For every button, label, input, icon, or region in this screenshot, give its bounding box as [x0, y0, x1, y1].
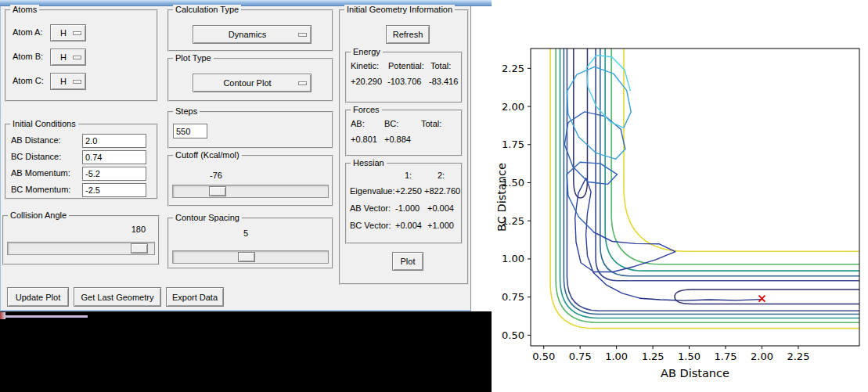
atom-b-label: Atom B:	[13, 52, 43, 61]
contour-plot-svg: 0.500.751.001.251.501.752.002.250.500.75…	[470, 0, 868, 392]
svg-text:2.25: 2.25	[502, 63, 524, 74]
forces-ab-header: AB:	[351, 119, 365, 128]
potential-header: Potential:	[388, 61, 424, 70]
svg-text:0.75: 0.75	[569, 351, 592, 362]
ab-vector-v1: -1.000	[395, 203, 420, 213]
dropdown-indicator-icon	[298, 33, 307, 37]
cutoff-value: -76	[200, 171, 232, 180]
total-value: -83.416	[429, 77, 458, 86]
atom-c-dropdown[interactable]: H	[50, 73, 86, 90]
dropdown-indicator-icon	[298, 81, 307, 85]
ab-distance-label: AB Distance:	[11, 135, 61, 145]
bc-distance-label: BC Distance:	[11, 152, 61, 161]
control-panel: Atoms Atom A: H Atom B: H Atom C: H Calc…	[0, 6, 471, 311]
refresh-button[interactable]: Refresh	[386, 25, 430, 44]
cutoff-slider-handle[interactable]	[209, 186, 226, 196]
bc-vector-v1: +0.004	[395, 221, 422, 230]
eigenvalue-v1: +2.250	[395, 186, 422, 196]
initial-geometry-group: Initial Geometry Information Refresh Ene…	[339, 9, 469, 285]
svg-text:1.75: 1.75	[502, 138, 524, 150]
calculation-type-dropdown[interactable]: Dynamics	[193, 25, 312, 44]
collision-angle-slider-handle[interactable]	[131, 243, 148, 254]
collision-angle-group: Collision Angle 180	[2, 215, 160, 265]
contour-spacing-value: 5	[230, 228, 261, 238]
atom-c-value: H	[51, 77, 73, 86]
plot-type-value: Contour Plot	[193, 78, 298, 88]
contour-spacing-slider-handle[interactable]	[238, 252, 255, 262]
kinetic-header: Kinetic:	[351, 61, 379, 70]
export-data-button[interactable]: Export Data	[166, 287, 224, 307]
forces-group: Forces AB: BC: Total: +0.801 +0.884	[345, 110, 463, 156]
calculation-type-title: Calculation Type	[173, 5, 241, 15]
energy-group-title: Energy	[351, 47, 383, 57]
bc-momentum-label: BC Momentum:	[11, 185, 70, 194]
contour-spacing-group: Contour Spacing 5	[167, 218, 333, 269]
initial-conditions-title: Initial Conditions	[10, 119, 78, 129]
eigenvalue-v2: +822.760	[424, 186, 460, 196]
svg-text:AB Distance: AB Distance	[661, 367, 729, 379]
dropdown-indicator-icon	[73, 56, 81, 59]
initial-conditions-group: Initial Conditions AB Distance: BC Dista…	[5, 124, 158, 200]
cutoff-slider[interactable]	[172, 185, 329, 198]
collision-angle-value: 180	[131, 225, 146, 234]
contour-spacing-title: Contour Spacing	[173, 213, 242, 223]
steps-group: Steps	[167, 111, 333, 149]
svg-text:0.50: 0.50	[532, 351, 555, 362]
plot-type-title: Plot Type	[173, 53, 214, 63]
svg-text:0.75: 0.75	[502, 291, 524, 303]
dropdown-indicator-icon	[73, 80, 81, 84]
svg-text:1.00: 1.00	[605, 351, 628, 362]
svg-text:2.00: 2.00	[502, 101, 524, 113]
contour-plot-canvas: 0.500.751.001.251.501.752.002.250.500.75…	[470, 0, 868, 392]
forces-bc-header: BC:	[384, 119, 398, 128]
plot-button[interactable]: Plot	[392, 252, 423, 271]
atom-a-label: Atom A:	[13, 27, 43, 37]
atom-b-value: H	[51, 52, 73, 62]
ab-vector-label: AB Vector:	[350, 203, 391, 213]
bc-vector-label: BC Vector:	[350, 221, 391, 230]
forces-bc-value: +0.884	[384, 135, 411, 144]
cutoff-title: Cutoff (Kcal/mol)	[173, 150, 242, 160]
atom-a-dropdown[interactable]: H	[50, 24, 86, 41]
svg-text:2.25: 2.25	[787, 351, 809, 362]
svg-text:BC Distance: BC Distance	[495, 163, 508, 232]
plot-type-dropdown[interactable]: Contour Plot	[193, 74, 312, 92]
calculation-type-value: Dynamics	[193, 30, 298, 39]
hessian-group-title: Hessian	[351, 158, 387, 168]
plot-type-group: Plot Type Contour Plot	[167, 58, 333, 102]
cutoff-group: Cutoff (Kcal/mol) -76	[167, 155, 333, 207]
kinetic-value: +20.290	[351, 77, 382, 86]
hessian-col1-header: 1:	[405, 171, 412, 180]
energy-group: Energy Kinetic: Potential: Total: +20.29…	[345, 52, 463, 103]
forces-group-title: Forces	[351, 105, 382, 115]
bc-distance-input[interactable]	[82, 150, 146, 164]
eigenvalue-label: Eigenvalue:	[350, 186, 395, 196]
update-plot-button[interactable]: Update Plot	[7, 287, 69, 307]
forces-total-header: Total:	[421, 119, 441, 128]
hessian-group: Hessian 1: 2: Eigenvalue: +2.250 +822.76…	[345, 163, 463, 244]
atoms-group: Atoms Atom A: H Atom B: H Atom C: H	[5, 9, 158, 102]
ab-momentum-input[interactable]	[82, 167, 146, 181]
window-fragment	[0, 312, 5, 319]
ab-vector-v2: +0.004	[427, 203, 454, 213]
bc-vector-v2: +1.000	[427, 221, 454, 230]
dropdown-indicator-icon	[73, 31, 81, 35]
steps-input[interactable]	[173, 124, 207, 138]
atoms-group-title: Atoms	[10, 5, 39, 15]
collision-angle-slider[interactable]	[7, 242, 155, 255]
forces-ab-value: +0.801	[351, 135, 377, 144]
ab-distance-input[interactable]	[82, 134, 146, 148]
svg-text:2.00: 2.00	[751, 351, 773, 362]
contour-spacing-slider[interactable]	[172, 250, 329, 264]
atom-c-label: Atom C:	[13, 76, 44, 85]
svg-text:1.25: 1.25	[642, 351, 665, 362]
calculation-type-group: Calculation Type Dynamics	[167, 9, 333, 52]
get-last-geometry-button[interactable]: Get Last Geometry	[74, 287, 161, 307]
atom-a-value: H	[51, 28, 73, 38]
potential-value: -103.706	[387, 77, 421, 86]
atom-b-dropdown[interactable]: H	[50, 49, 86, 66]
console-window	[0, 311, 492, 392]
initial-geometry-title: Initial Geometry Information	[344, 5, 455, 15]
bc-momentum-input[interactable]	[82, 183, 146, 197]
hessian-col2-header: 2:	[438, 171, 445, 180]
